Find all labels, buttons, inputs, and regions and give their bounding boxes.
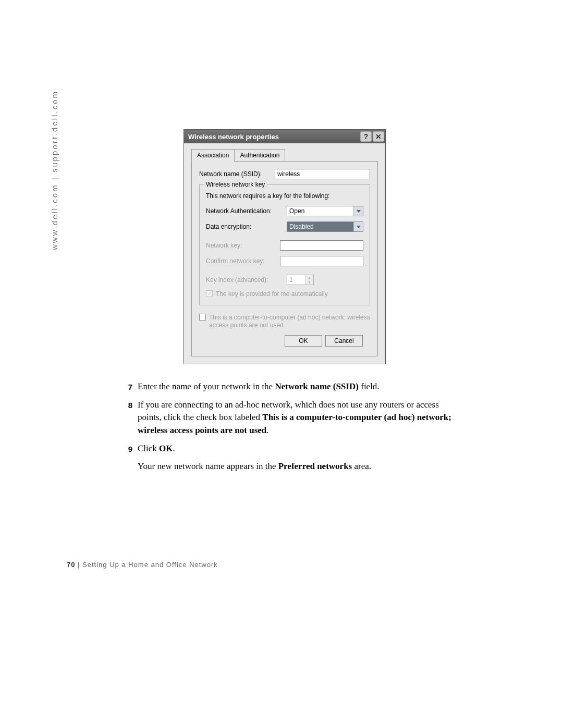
adhoc-checkbox[interactable]	[199, 314, 206, 320]
instruction-step-8: 8 If you are connecting to an ad-hoc net…	[120, 399, 454, 437]
instruction-footnote: Your new network name appears in the Pre…	[138, 460, 454, 473]
page-number: 70	[67, 561, 75, 569]
page-footer: 70 | Setting Up a Home and Office Networ…	[67, 561, 218, 569]
requires-key-text: This network requires a key for the foll…	[206, 192, 363, 200]
spinner-down-icon: ▼	[305, 280, 313, 285]
step-text: .	[266, 425, 268, 435]
cancel-button[interactable]: Cancel	[325, 335, 363, 347]
auto-key-checkbox: ✓	[206, 290, 213, 297]
footnote-text: Your new network name appears in the	[138, 461, 278, 471]
instruction-step-7: 7 Enter the name of your network in the …	[120, 380, 454, 393]
auth-select[interactable]: Open	[287, 206, 363, 216]
step-text: Click	[138, 443, 159, 453]
confirm-key-label: Confirm network key:	[206, 257, 280, 265]
tab-association[interactable]: Association	[191, 149, 235, 162]
footnote-bold: Preferred networks	[278, 461, 352, 471]
step-text: field.	[359, 381, 380, 391]
step-number: 9	[120, 442, 132, 455]
auth-select-value: Open	[287, 206, 353, 216]
adhoc-label: This is a computer-to-computer (ad hoc) …	[209, 314, 370, 330]
instruction-step-9: 9 Click OK.	[120, 442, 454, 455]
ssid-label: Network name (SSID):	[199, 170, 275, 178]
instruction-list: 7 Enter the name of your network in the …	[120, 380, 454, 473]
wireless-properties-dialog: Wireless network properties ? ✕ Associat…	[183, 129, 386, 364]
network-key-label: Network key:	[206, 242, 280, 249]
spinner-up-icon: ▲	[305, 275, 313, 280]
key-index-label: Key index (advanced):	[206, 276, 287, 283]
encryption-label: Data encryption:	[206, 223, 287, 230]
side-url: www.dell.com | support.dell.com	[50, 90, 59, 250]
dialog-titlebar: Wireless network properties ? ✕	[184, 130, 385, 143]
close-button[interactable]: ✕	[373, 131, 384, 142]
encryption-select-value: Disabled	[287, 222, 353, 231]
confirm-key-input	[280, 256, 363, 266]
step-bold: Network name (SSID)	[275, 381, 359, 391]
auto-key-label: The key is provided for me automatically	[216, 290, 328, 299]
step-bold: OK	[159, 443, 173, 453]
step-number: 8	[120, 399, 132, 437]
tab-panel-association: Network name (SSID): Wireless network ke…	[191, 161, 378, 356]
dialog-title: Wireless network properties	[188, 133, 360, 141]
wireless-key-legend: Wireless network key	[204, 181, 267, 188]
encryption-select[interactable]: Disabled	[287, 221, 363, 232]
network-key-input	[280, 240, 363, 251]
help-button[interactable]: ?	[360, 131, 372, 142]
tab-strip: Association Authentication	[191, 149, 378, 162]
key-index-value: 1	[287, 275, 305, 285]
footnote-text: area.	[352, 461, 371, 471]
ssid-input[interactable]	[275, 169, 370, 179]
step-number: 7	[120, 380, 132, 393]
auth-label: Network Authentication:	[206, 207, 287, 215]
step-text: Enter the name of your network in the	[138, 381, 275, 391]
step-text: .	[173, 443, 175, 453]
chevron-down-icon	[353, 206, 363, 216]
wireless-key-group: Wireless network key This network requir…	[199, 184, 370, 305]
ok-button[interactable]: OK	[285, 335, 322, 347]
footer-sep: |	[75, 561, 82, 569]
footer-section: Setting Up a Home and Office Network	[82, 561, 218, 569]
chevron-down-icon	[353, 222, 363, 231]
key-index-spinner: 1 ▲ ▼	[287, 275, 314, 285]
tab-authentication[interactable]: Authentication	[234, 149, 285, 162]
